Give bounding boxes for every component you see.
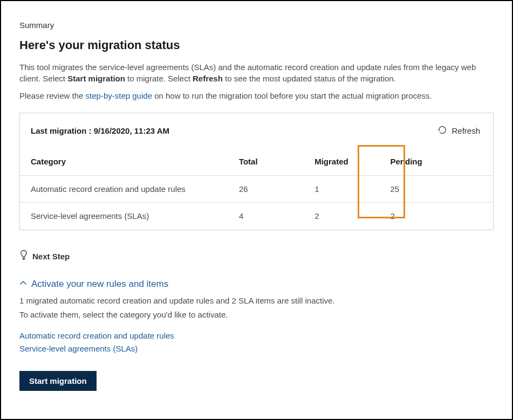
cell-migrated: 2 [304,203,379,230]
cell-category: Service-level agreements (SLAs) [20,203,228,230]
stamp-value: 9/16/2020, 11:23 AM [94,126,169,135]
intro-bold-start-migration: Start migration [67,74,125,83]
activate-line-1: 1 migrated automatic record creation and… [19,295,494,307]
refresh-icon [437,125,447,136]
cell-pending: 2 [380,203,494,230]
review-text: Please review the step-by-step guide on … [19,90,494,102]
table-row: Service-level agreements (SLAs) 4 2 2 [20,203,493,230]
col-total: Total [228,144,304,175]
intro-bold-refresh: Refresh [193,74,223,83]
step-by-step-guide-link[interactable]: step-by-step guide [86,91,152,100]
activate-section-toggle[interactable]: Activate your new rules and items [19,279,168,290]
review-b: on how to run the migration tool before … [152,91,432,100]
stamp-label: Last migration : [31,126,94,135]
intro-b: to migrate. Select [125,74,193,83]
activate-link-slas[interactable]: Service-level agreements (SLAs) [19,343,494,355]
col-pending: Pending [380,144,494,175]
next-step-heading: Next Step [19,250,494,264]
start-migration-button[interactable]: Start migration [19,371,97,391]
cell-total: 26 [228,175,304,203]
activate-title: Activate your new rules and items [31,279,168,290]
refresh-button[interactable]: Refresh [435,123,482,139]
migration-status-table: Category Total Migrated Pending Automati… [20,144,493,230]
migration-status-panel: Last migration : 9/16/2020, 11:23 AM Ref… [19,113,494,230]
table-row: Automatic record creation and update rul… [20,175,493,203]
chevron-up-icon [19,279,27,290]
review-a: Please review the [19,91,86,100]
last-migration-timestamp: Last migration : 9/16/2020, 11:23 AM [31,125,169,137]
cell-pending: 25 [380,175,494,203]
cell-category: Automatic record creation and update rul… [20,175,228,203]
next-step-label: Next Step [32,251,70,263]
activate-line-2: To activate them, select the category yo… [19,309,494,321]
page-title: Here's your migration status [19,37,494,54]
col-migrated: Migrated [304,144,379,175]
intro-c: to see the most updated status of the mi… [223,74,396,83]
activate-link-arc-rules[interactable]: Automatic record creation and update rul… [19,330,494,342]
activate-category-links: Automatic record creation and update rul… [19,330,494,355]
cell-total: 4 [228,203,304,230]
lightbulb-icon [19,250,28,264]
col-category: Category [20,144,228,175]
refresh-label: Refresh [452,126,480,135]
cell-migrated: 1 [304,175,379,203]
section-label: Summary [19,19,494,31]
intro-text: This tool migrates the service-level agr… [19,61,494,85]
